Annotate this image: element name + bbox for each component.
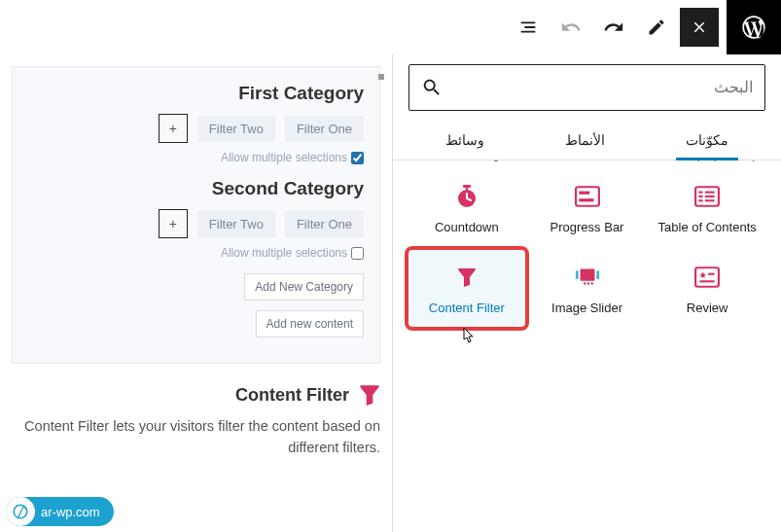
allow-multiple-row: Allow multiple selections: [28, 246, 364, 260]
partial-row: Button (Improved) Tabbed Content Star Ra…: [408, 160, 765, 169]
tab-patterns[interactable]: الأنماط: [555, 121, 615, 160]
slider-icon: [574, 264, 601, 291]
block-tabbed-content-label: Tabbed Content: [527, 160, 646, 169]
add-content-button[interactable]: Add new content: [256, 310, 364, 337]
add-category-button[interactable]: Add New Category: [244, 273, 364, 301]
tab-media[interactable]: وسائط: [436, 121, 494, 160]
tab-blocks[interactable]: مكوّنات: [676, 121, 738, 160]
block-label: Progress Bar: [550, 220, 624, 234]
allow-multiple-checkbox[interactable]: [351, 152, 364, 164]
search-input-wrap[interactable]: [408, 64, 765, 111]
allow-label: Allow multiple selections: [221, 151, 347, 164]
inserter-tabs: مكوّنات الأنماط وسائط: [393, 121, 781, 160]
block-label: Image Slider: [551, 301, 622, 315]
filter-chip[interactable]: Filter One: [285, 116, 364, 142]
add-filter-button[interactable]: +: [159, 114, 188, 143]
desc-title: Content Filter: [235, 385, 349, 406]
svg-rect-4: [705, 195, 715, 197]
cat1-title: First Category: [28, 83, 364, 104]
review-icon: [693, 264, 721, 291]
block-review[interactable]: Review: [649, 250, 765, 327]
edit-icon[interactable]: [637, 4, 676, 51]
svg-rect-8: [579, 192, 589, 195]
watermark-badge: ar-wp.com: [6, 497, 114, 526]
block-description: Content Filter Content Filter lets your …: [12, 383, 380, 459]
cursor-icon: [458, 327, 476, 352]
doc-outline-icon[interactable]: [509, 4, 548, 51]
search-input[interactable]: [443, 79, 753, 96]
top-toolbar: [0, 0, 781, 54]
block-label: Table of Contents: [658, 220, 757, 234]
block-preview-panel: First Category + Filter Two Filter One A…: [12, 66, 380, 364]
redo-icon[interactable]: [594, 4, 633, 51]
filter-chip[interactable]: Filter Two: [197, 116, 275, 142]
svg-rect-1: [699, 192, 703, 194]
editor-preview: First Category + Filter Two Filter One A…: [0, 54, 392, 532]
svg-rect-14: [708, 273, 715, 275]
undo-icon[interactable]: [551, 4, 590, 51]
block-star-rating-label: Star Rating: [408, 160, 527, 169]
block-inserter-panel: مكوّنات الأنماط وسائط Button (Improved) …: [392, 54, 781, 532]
svg-rect-11: [466, 188, 468, 190]
block-progress-bar[interactable]: Progress Bar: [529, 169, 646, 246]
svg-rect-16: [580, 269, 594, 281]
watermark-text: ar-wp.com: [41, 505, 100, 519]
search-icon: [421, 77, 443, 98]
svg-point-20: [586, 282, 588, 284]
svg-rect-17: [575, 270, 578, 278]
svg-rect-7: [576, 187, 599, 206]
svg-rect-10: [463, 185, 471, 188]
cat2-title: Second Category: [28, 178, 364, 199]
svg-rect-13: [695, 267, 719, 287]
watermark-icon: [6, 497, 35, 526]
block-table-of-contents[interactable]: Table of Contents: [649, 169, 765, 246]
allow-multiple-checkbox[interactable]: [351, 247, 364, 260]
svg-rect-18: [596, 270, 599, 278]
block-button-improved-label: Button (Improved): [647, 160, 765, 169]
wordpress-logo[interactable]: [727, 0, 781, 54]
svg-point-19: [584, 282, 586, 284]
close-button[interactable]: [680, 8, 719, 47]
svg-rect-6: [705, 199, 715, 201]
svg-rect-5: [699, 199, 703, 201]
svg-rect-2: [705, 192, 715, 194]
svg-rect-9: [579, 198, 593, 201]
filter-chip[interactable]: Filter One: [285, 211, 364, 237]
scroll-thumb[interactable]: [378, 74, 384, 80]
blocks-scroll-area[interactable]: Button (Improved) Tabbed Content Star Ra…: [393, 160, 781, 532]
add-filter-button[interactable]: +: [159, 209, 188, 238]
svg-rect-3: [699, 195, 703, 197]
desc-text: Content Filter lets your visitors filter…: [12, 416, 380, 459]
filter-icon: [359, 383, 380, 407]
block-countdown[interactable]: Countdown: [408, 169, 525, 246]
filter-icon: [453, 264, 480, 291]
allow-multiple-row: Allow multiple selections: [28, 151, 364, 164]
svg-rect-15: [700, 280, 715, 282]
allow-label: Allow multiple selections: [221, 246, 347, 260]
toc-icon: [693, 183, 721, 210]
block-label: Content Filter: [429, 301, 505, 315]
block-label: Countdown: [435, 220, 499, 234]
filter-chip[interactable]: Filter Two: [197, 211, 275, 237]
block-label: Review: [687, 301, 728, 315]
block-image-slider[interactable]: Image Slider: [529, 250, 646, 327]
countdown-icon: [453, 183, 480, 210]
svg-point-21: [590, 282, 592, 284]
progress-icon: [574, 183, 601, 210]
block-content-filter[interactable]: Content Filter: [408, 250, 525, 327]
